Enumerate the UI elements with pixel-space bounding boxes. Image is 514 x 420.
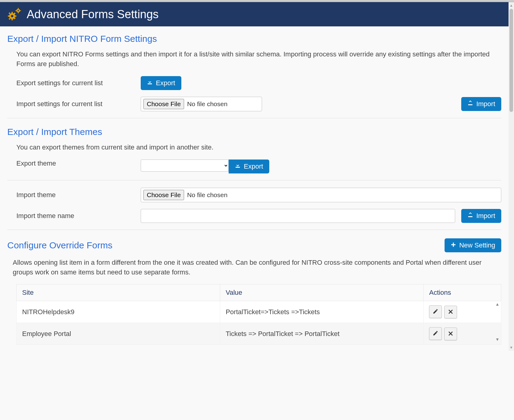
col-header-actions: Actions <box>424 284 501 301</box>
svg-rect-13 <box>18 12 19 13</box>
svg-rect-15 <box>20 10 21 11</box>
window-top-chrome <box>0 0 514 2</box>
close-icon <box>448 331 453 337</box>
edit-row-button[interactable] <box>429 305 442 318</box>
choose-file-button[interactable]: Choose File <box>143 190 184 200</box>
svg-rect-4 <box>8 15 10 17</box>
svg-rect-12 <box>18 8 19 9</box>
svg-rect-21 <box>436 331 438 332</box>
download-icon <box>235 163 241 170</box>
file-status-text: No file chosen <box>187 191 227 199</box>
export-theme-select[interactable] <box>141 160 229 172</box>
import-theme-file-input[interactable]: Choose File No file chosen <box>141 188 501 202</box>
divider <box>7 118 501 118</box>
svg-rect-5 <box>15 15 16 17</box>
download-icon <box>147 79 153 87</box>
import-settings-file-input[interactable]: Choose File No file chosen <box>141 97 262 111</box>
cell-value: Tickets => PortalTicket => PortalTicket <box>220 323 424 345</box>
svg-point-11 <box>18 10 19 11</box>
export-settings-label: Export settings for current list <box>16 79 135 87</box>
table-scroll-up-icon[interactable]: ▲ <box>495 302 499 307</box>
export-theme-label: Export theme <box>16 160 135 173</box>
svg-rect-14 <box>15 10 17 11</box>
cell-site: NITROHelpdesk9 <box>17 301 220 323</box>
export-button-label: Export <box>156 79 175 87</box>
svg-rect-18 <box>436 309 438 311</box>
import-theme-name-input[interactable] <box>141 209 455 223</box>
import-theme-name-row: Import theme name Import <box>16 209 501 223</box>
import-theme-button-label: Import <box>476 212 495 220</box>
svg-rect-3 <box>12 18 13 20</box>
cell-site: Employee Portal <box>17 323 220 345</box>
scroll-up-icon[interactable]: ▲ <box>509 2 513 9</box>
svg-point-1 <box>11 15 13 17</box>
export-theme-button-label: Export <box>244 163 263 170</box>
scroll-thumb[interactable] <box>509 9 513 112</box>
delete-row-button[interactable] <box>444 306 457 318</box>
section3-desc: Allows opening list item in a form diffe… <box>13 258 501 277</box>
export-theme-row: Export theme Export <box>16 160 501 173</box>
cell-value: PortalTicket=>Tickets =>Tickets <box>220 301 424 323</box>
upload-icon <box>467 100 473 108</box>
page-title: Advanced Forms Settings <box>27 8 159 21</box>
export-settings-row: Export settings for current list Export <box>16 76 501 90</box>
edit-row-button[interactable] <box>429 327 442 340</box>
table-row: NITROHelpdesk9 PortalTicket=>Tickets =>T… <box>17 301 501 323</box>
section1-title: Export / Import NITRO Form Settings <box>7 34 501 44</box>
section1-desc: You can export NITRO Forms settings and … <box>16 49 501 69</box>
section2-desc: You can export themes from current site … <box>16 143 501 152</box>
scroll-track[interactable] <box>509 9 514 344</box>
import-theme-name-label: Import theme name <box>16 212 135 220</box>
close-icon <box>448 309 453 315</box>
file-status-text: No file chosen <box>187 100 227 108</box>
page-scrollbar[interactable]: ▲ ▼ <box>509 2 514 351</box>
import-settings-button[interactable]: Import <box>461 97 501 111</box>
choose-file-button[interactable]: Choose File <box>143 99 184 109</box>
col-header-value[interactable]: Value <box>220 284 424 301</box>
svg-rect-17 <box>451 244 455 245</box>
upload-icon <box>467 212 473 220</box>
delete-row-button[interactable] <box>444 328 457 340</box>
table-row: Employee Portal Tickets => PortalTicket … <box>17 323 501 345</box>
divider <box>7 230 501 230</box>
import-button-label: Import <box>476 100 495 108</box>
section2-title: Export / Import Themes <box>7 127 501 137</box>
new-setting-button[interactable]: New Setting <box>445 238 501 252</box>
col-header-site[interactable]: Site <box>17 284 220 301</box>
import-settings-label: Import settings for current list <box>16 100 135 108</box>
page-header: Advanced Forms Settings <box>0 2 509 26</box>
pencil-icon <box>432 330 438 337</box>
section3-title: Configure Override Forms <box>7 240 113 250</box>
plus-icon <box>451 241 456 249</box>
new-setting-button-label: New Setting <box>459 241 495 249</box>
export-theme-button[interactable]: Export <box>229 160 269 173</box>
scroll-down-icon[interactable]: ▼ <box>509 344 513 351</box>
svg-rect-2 <box>12 12 13 14</box>
export-settings-button[interactable]: Export <box>141 76 181 90</box>
gears-icon <box>7 8 21 21</box>
override-forms-table: Site Value Actions NITROHelpdesk9 Portal… <box>16 284 501 345</box>
divider <box>7 180 501 180</box>
import-theme-label: Import theme <box>16 191 135 199</box>
import-theme-button[interactable]: Import <box>461 209 501 223</box>
import-settings-row: Import settings for current list Choose … <box>16 97 501 111</box>
pencil-icon <box>432 308 438 315</box>
import-theme-row: Import theme Choose File No file chosen <box>16 188 501 202</box>
table-scroll-down-icon[interactable]: ▼ <box>495 337 499 342</box>
